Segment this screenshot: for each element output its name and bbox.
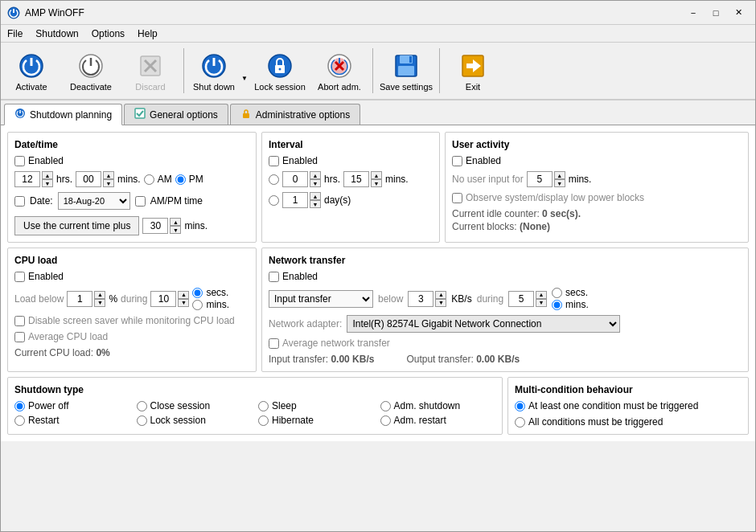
net-secs-radio[interactable]: [552, 288, 562, 298]
save-settings-button[interactable]: Save settings: [377, 45, 435, 96]
adm-restart-radio[interactable]: [380, 415, 391, 426]
menu-file[interactable]: File: [1, 27, 29, 41]
datetime-enabled-checkbox[interactable]: [14, 156, 25, 166]
no-input-value[interactable]: [527, 171, 553, 187]
interval-days-down[interactable]: ▼: [310, 200, 321, 208]
interval-radio2[interactable]: [269, 195, 279, 206]
kb-btns: ▲ ▼: [435, 291, 446, 307]
all-conditions-text: All conditions must be triggered: [528, 416, 663, 428]
discard-button[interactable]: Discard: [121, 45, 179, 96]
net-mins-radio[interactable]: [552, 300, 562, 310]
avg-cpu-checkbox[interactable]: [14, 332, 25, 342]
hours-input[interactable]: [14, 171, 40, 187]
interval-radio1[interactable]: [269, 174, 279, 185]
network-enabled-checkbox[interactable]: [269, 272, 279, 282]
pm-radio[interactable]: [175, 174, 186, 185]
power-off-radio-label: Power off: [14, 400, 130, 411]
shutdown-icon: [199, 51, 228, 80]
kb-down[interactable]: ▼: [435, 299, 446, 307]
no-input-down[interactable]: ▼: [554, 179, 565, 187]
no-input-up[interactable]: ▲: [554, 171, 565, 179]
close-button[interactable]: ✕: [728, 5, 749, 21]
load-down[interactable]: ▼: [94, 299, 105, 307]
during-down[interactable]: ▼: [178, 299, 189, 307]
interval-mins-input[interactable]: [343, 171, 369, 187]
during-input[interactable]: [150, 291, 176, 307]
interval-hrs-down[interactable]: ▼: [310, 179, 321, 187]
user-activity-checkbox[interactable]: [452, 156, 462, 166]
lock-session-shutdown-radio[interactable]: [137, 415, 147, 426]
kb-up[interactable]: ▲: [435, 291, 446, 299]
during-up[interactable]: ▲: [178, 291, 189, 299]
at-least-one-radio[interactable]: [515, 401, 525, 411]
maximize-button[interactable]: □: [705, 5, 726, 21]
interval-hrs-input[interactable]: [282, 171, 308, 187]
net-mins-label: mins.: [565, 299, 589, 310]
deactivate-button[interactable]: Deactivate: [62, 45, 120, 96]
avg-cpu-row: Average CPU load: [14, 331, 249, 342]
all-conditions-radio[interactable]: [515, 417, 525, 428]
hours-spinner: ▲ ▼: [14, 171, 53, 187]
interval-enabled-checkbox[interactable]: [269, 156, 279, 166]
mins-input[interactable]: [76, 171, 101, 187]
interval-hrs-up[interactable]: ▲: [310, 171, 321, 179]
net-during-down[interactable]: ▼: [536, 299, 547, 307]
menu-help[interactable]: Help: [131, 27, 164, 41]
cpu-enabled-checkbox[interactable]: [14, 272, 25, 282]
mins-up-btn[interactable]: ▲: [103, 171, 114, 179]
interval-days-up[interactable]: ▲: [310, 192, 321, 200]
date-checkbox[interactable]: [14, 196, 25, 207]
power-off-radio[interactable]: [14, 401, 25, 411]
abort-button[interactable]: Abort adm.: [310, 45, 368, 96]
cpu-secs-radio[interactable]: [192, 288, 203, 298]
ampm-time-checkbox[interactable]: [135, 196, 146, 207]
shutdown-button[interactable]: Shut down: [188, 45, 240, 96]
shutdown-arrow-button[interactable]: ▼: [240, 45, 249, 96]
am-radio[interactable]: [144, 174, 154, 185]
use-current-time-btn[interactable]: Use the current time plus: [14, 216, 139, 235]
interval-hrs-row: ▲ ▼ hrs. ▲ ▼ mins.: [269, 171, 433, 187]
load-up[interactable]: ▲: [94, 291, 105, 299]
menu-shutdown[interactable]: Shutdown: [29, 27, 84, 41]
plus-mins-down[interactable]: ▼: [170, 226, 181, 234]
cpu-mins-radio[interactable]: [192, 300, 203, 310]
net-during-up[interactable]: ▲: [536, 291, 547, 299]
network-enabled-label: Enabled: [282, 271, 318, 282]
lock-icon: [265, 51, 294, 80]
adm-restart-radio-label: Adm. restart: [380, 415, 496, 426]
observe-checkbox[interactable]: [452, 193, 462, 203]
adapter-select[interactable]: Intel(R) 82574L Gigabit Network Connecti…: [347, 315, 620, 333]
menu-options[interactable]: Options: [85, 27, 131, 41]
close-session-text: Close session: [150, 400, 211, 411]
tab-general-options[interactable]: General options: [124, 104, 228, 125]
interval-mins-up[interactable]: ▲: [371, 171, 382, 179]
hibernate-radio[interactable]: [258, 415, 269, 426]
sleep-radio[interactable]: [258, 401, 269, 411]
restart-radio[interactable]: [14, 415, 25, 426]
mins-down-btn[interactable]: ▼: [103, 179, 114, 187]
interval-mins-down[interactable]: ▼: [371, 179, 382, 187]
close-session-radio[interactable]: [137, 401, 147, 411]
disable-screensaver-checkbox[interactable]: [14, 316, 25, 326]
minimize-button[interactable]: −: [683, 5, 704, 21]
lock-session-button[interactable]: Lock session: [251, 45, 309, 96]
plus-mins-input[interactable]: [142, 218, 168, 234]
plus-mins-up[interactable]: ▲: [170, 218, 181, 226]
date-select[interactable]: 18-Aug-20: [58, 192, 130, 210]
hours-down-btn[interactable]: ▼: [42, 179, 53, 187]
activate-button[interactable]: Activate: [2, 45, 60, 96]
datetime-enabled-row: Enabled: [14, 155, 249, 166]
tab-admin-options[interactable]: Administrative options: [230, 104, 360, 125]
load-input[interactable]: [67, 291, 92, 307]
during-btns: ▲ ▼: [178, 291, 189, 307]
adm-shutdown-radio[interactable]: [380, 401, 391, 411]
net-during-input[interactable]: [508, 291, 534, 307]
kb-input[interactable]: [408, 291, 433, 307]
exit-icon: [458, 51, 487, 80]
avg-network-checkbox[interactable]: [269, 338, 279, 349]
tab-shutdown-planning[interactable]: Shutdown planning: [4, 104, 122, 125]
transfer-type-select[interactable]: Input transfer Output transfer: [269, 290, 373, 308]
interval-days-input[interactable]: [282, 192, 308, 208]
exit-button[interactable]: Exit: [444, 45, 502, 96]
hours-up-btn[interactable]: ▲: [42, 171, 53, 179]
